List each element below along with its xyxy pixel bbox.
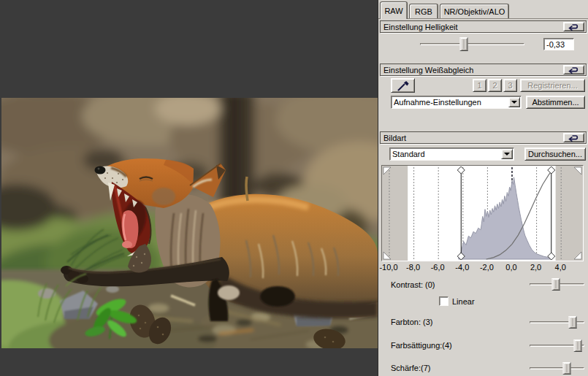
contrast-slider[interactable]	[530, 278, 584, 291]
edit-palette: RAW RGB NR/Objektiv/ALO Einstellung Hell…	[378, 0, 588, 376]
wb-preset-1-label: 1	[477, 81, 481, 90]
contrast-label: Kontrast: (0)	[391, 280, 435, 289]
histogram-tick-label: 0,0	[499, 263, 524, 272]
hue-slider[interactable]	[530, 316, 584, 329]
undo-arrow-icon	[568, 23, 579, 31]
histogram-svg[interactable]	[382, 166, 583, 261]
sharpness-slider[interactable]	[530, 362, 584, 375]
image-canvas	[0, 0, 378, 376]
white-balance-reset-button[interactable]	[563, 65, 584, 74]
wb-preset-dropdown[interactable]: Aufnahme-Einstellungen	[391, 96, 522, 109]
wb-preset-dropdown-value: Aufnahme-Einstellungen	[394, 98, 507, 107]
histogram-tick-label: -10,0	[376, 263, 401, 272]
tab-raw[interactable]: RAW	[380, 1, 408, 19]
brightness-group-title: Einstellung Helligkeit	[383, 23, 458, 31]
brightness-slider-thumb[interactable]	[460, 37, 468, 51]
picture-style-dropdown-value: Standard	[392, 150, 500, 158]
picture-style-dropdown-button[interactable]	[501, 149, 513, 159]
app-window: RAW RGB NR/Objektiv/ALO Einstellung Hell…	[0, 0, 588, 376]
tab-nr-objektiv-alo[interactable]: NR/Objektiv/ALO	[440, 4, 509, 18]
wb-dropdown-button[interactable]	[508, 97, 520, 107]
eyedropper-icon	[396, 80, 411, 91]
picture-style-browse-button[interactable]: Durchsuchen...	[524, 147, 586, 161]
linear-checkbox[interactable]	[439, 296, 448, 306]
tabstrip-divider	[378, 18, 588, 19]
sharpness-slider-track[interactable]	[530, 367, 584, 369]
fox-photo	[1, 98, 378, 348]
picture-style-group-header: Bildart	[380, 131, 587, 144]
wb-register-button[interactable]: Registrieren...	[520, 79, 585, 92]
sharpness-slider-thumb[interactable]	[563, 362, 571, 375]
histogram-tick-label: -2,0	[474, 263, 499, 272]
histogram-tick-label: 2,0	[524, 263, 549, 272]
brightness-reset-button[interactable]	[563, 22, 584, 31]
caret-down-icon	[511, 101, 517, 104]
saturation-slider[interactable]	[530, 339, 584, 352]
histogram-tick-label: -6,0	[425, 263, 450, 272]
hue-slider-thumb[interactable]	[568, 316, 576, 329]
histogram-tick-label: -8,0	[401, 263, 426, 272]
histogram-panel[interactable]	[381, 165, 584, 261]
wb-preset-2-label: 2	[492, 81, 497, 90]
brightness-value: -0,33	[546, 40, 565, 49]
undo-arrow-icon	[568, 66, 579, 74]
brightness-group-header: Einstellung Helligkeit	[380, 20, 587, 33]
tab-nr-label: NR/Objektiv/ALO	[444, 7, 505, 16]
tab-rgb[interactable]: RGB	[409, 4, 438, 18]
wb-preset-3-label: 3	[508, 81, 512, 90]
histogram-tick-label: -4,0	[450, 263, 475, 272]
histogram-axis-labels: -10,0-8,0-6,0-4,0-2,00,02,04,0	[381, 263, 584, 272]
linear-checkbox-label: Linear	[452, 297, 475, 306]
wb-tune-label: Abstimmen...	[532, 98, 579, 107]
image-preview[interactable]	[1, 98, 378, 348]
wb-register-label: Registrieren...	[527, 81, 577, 90]
wb-preset-1-button[interactable]: 1	[473, 79, 486, 92]
wb-preset-3-button[interactable]: 3	[503, 79, 517, 92]
brightness-slider-track[interactable]	[420, 43, 524, 45]
white-balance-group-header: Einstellung Weißabgleich	[380, 64, 587, 76]
wb-tune-button[interactable]: Abstimmen...	[526, 96, 585, 109]
picture-style-browse-label: Durchsuchen...	[528, 150, 582, 158]
tab-rgb-label: RGB	[415, 7, 432, 16]
brightness-slider[interactable]	[420, 37, 524, 51]
picture-style-group-title: Bildart	[383, 134, 406, 142]
undo-arrow-icon	[568, 134, 579, 142]
white-balance-group-title: Einstellung Weißabgleich	[383, 66, 473, 74]
picture-style-reset-button[interactable]	[563, 133, 584, 142]
saturation-slider-thumb[interactable]	[574, 339, 582, 352]
wb-preset-2-button[interactable]: 2	[488, 79, 502, 92]
hue-label: Farbton: (3)	[391, 318, 432, 326]
histogram-tick-label: 4,0	[548, 263, 573, 272]
contrast-slider-thumb[interactable]	[552, 278, 560, 291]
tab-raw-label: RAW	[384, 7, 402, 15]
white-balance-eyedropper-button[interactable]	[391, 78, 415, 93]
caret-down-icon	[504, 153, 510, 156]
saturation-label: Farbsättigung:(4)	[391, 341, 452, 350]
brightness-value-field[interactable]: -0,33	[543, 38, 574, 50]
picture-style-dropdown[interactable]: Standard	[389, 147, 514, 161]
sharpness-label: Schärfe:(7)	[391, 364, 430, 372]
